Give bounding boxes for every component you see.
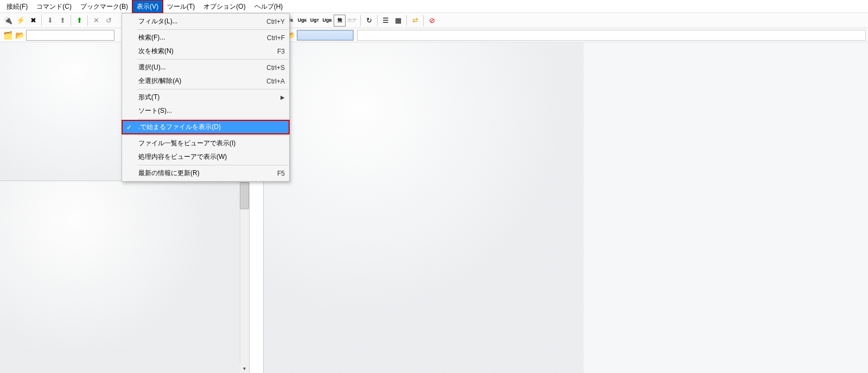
local-up-folder-icon[interactable]: 🗂️	[2, 30, 13, 41]
menu-item-shortcut: F5	[277, 170, 285, 177]
encoding-utf-button[interactable]: UgT	[309, 15, 321, 27]
menu-item-label: 次を検索(N)	[138, 47, 174, 56]
menu-select-all[interactable]: 全選択/解除(A) Ctrl+A	[122, 74, 289, 88]
menu-select[interactable]: 選択(U)... Ctrl+S	[122, 61, 289, 74]
menu-filter[interactable]: フィルタ(L)... Ctrl+Y	[122, 15, 289, 28]
menu-item-label: 選択(U)...	[138, 63, 166, 72]
menu-item-label: ファイル一覧をビューアで表示(I)	[138, 139, 235, 148]
local-file-list[interactable]: ▾	[0, 181, 249, 373]
local-scrollbar-down[interactable]: ▾	[240, 364, 249, 373]
menu-separator	[137, 165, 289, 165]
menu-sort[interactable]: ソート(S)...	[122, 104, 289, 118]
menu-separator	[137, 29, 289, 30]
menu-bookmark[interactable]: ブックマーク(B)	[76, 0, 132, 13]
menu-item-label: .で始まるファイルを表示(D)	[138, 123, 221, 132]
menu-item-shortcut: F3	[277, 48, 285, 55]
list-view-icon[interactable]: ☰	[380, 15, 392, 27]
mirror-download-icon[interactable]: ⬆	[73, 15, 85, 27]
sync-icon[interactable]: ⇄	[409, 15, 421, 27]
detail-view-icon[interactable]: ▦	[392, 15, 404, 27]
menu-separator	[137, 135, 289, 136]
menu-item-shortcut: Ctrl+Y	[266, 18, 285, 25]
toolbar-separator	[87, 15, 88, 26]
menu-separator	[137, 89, 289, 89]
toolbar-separator	[406, 15, 407, 26]
encoding-euc-button[interactable]: UgE	[296, 15, 308, 27]
disconnect-icon[interactable]: ✖	[27, 15, 39, 27]
menu-connect[interactable]: 接続(F)	[2, 0, 32, 13]
menu-item-label: 形式(T)	[138, 93, 159, 102]
menu-item-label: 全選択/解除(A)	[138, 76, 181, 86]
toolbar-separator	[360, 15, 361, 26]
toolbar-separator	[71, 15, 71, 26]
menu-item-label: 処理内容をビューアで表示(W)	[138, 152, 227, 162]
remote-path-input[interactable]	[297, 30, 354, 41]
menu-separator	[137, 119, 289, 119]
remote-pane	[263, 42, 868, 373]
check-icon: ✓	[126, 124, 132, 131]
menu-item-shortcut: Ctrl+A	[266, 78, 285, 85]
menu-log-viewer[interactable]: 処理内容をビューアで表示(W)	[122, 150, 289, 164]
menu-item-label: 最新の情報に更新(R)	[138, 169, 200, 178]
remote-path-display	[357, 30, 866, 41]
menu-bar: 接続(F) コマンド(C) ブックマーク(B) 表示(V) ツール(T) オプシ…	[0, 0, 868, 13]
menu-list-viewer[interactable]: ファイル一覧をビューアで表示(I)	[122, 137, 289, 150]
menu-item-shortcut: Ctrl+F	[267, 34, 285, 42]
remote-file-list[interactable]	[264, 42, 584, 373]
upload-icon[interactable]: ⬆	[56, 15, 68, 27]
menu-command[interactable]: コマンド(C)	[32, 0, 76, 13]
quick-connect-icon[interactable]: ⚡	[15, 15, 27, 27]
stop-icon[interactable]: ⊘	[426, 15, 438, 27]
toolbar-separator	[423, 15, 424, 26]
refresh-icon[interactable]: ↻	[363, 15, 375, 27]
menu-format[interactable]: 形式(T) ▶	[122, 91, 289, 104]
download-icon[interactable]: ⬇	[44, 15, 56, 27]
toolbar-separator	[41, 15, 42, 26]
local-path-input[interactable]	[26, 30, 114, 41]
encoding-none-button[interactable]: 無	[334, 15, 346, 27]
menu-help[interactable]: ヘルプ(H)	[250, 0, 288, 13]
rename-icon[interactable]: ↺	[103, 15, 114, 27]
delete-icon[interactable]: ✕	[90, 15, 102, 27]
menu-item-label: 検索(F)...	[138, 33, 165, 42]
local-open-folder-icon[interactable]: 📂	[14, 30, 25, 41]
kana-button[interactable]: カナ	[346, 15, 358, 27]
menu-item-label: フィルタ(L)...	[138, 17, 178, 26]
menu-tool[interactable]: ツール(T)	[163, 0, 199, 13]
menu-item-label: ソート(S)...	[138, 106, 172, 115]
menu-refresh[interactable]: 最新の情報に更新(R) F5	[122, 166, 289, 180]
menu-item-shortcut: Ctrl+S	[266, 64, 285, 72]
encoding-utf8bom-button[interactable]: UgB	[321, 15, 333, 27]
menu-separator	[137, 59, 289, 60]
menu-find-next[interactable]: 次を検索(N) F3	[122, 44, 289, 58]
submenu-arrow-icon: ▶	[280, 94, 285, 100]
menu-option[interactable]: オプション(O)	[199, 0, 250, 13]
view-menu-dropdown: フィルタ(L)... Ctrl+Y 検索(F)... Ctrl+F 次を検索(N…	[122, 13, 290, 182]
menu-search[interactable]: 検索(F)... Ctrl+F	[122, 31, 289, 44]
connect-icon[interactable]: 🔌	[2, 15, 14, 27]
local-scrollbar-track[interactable]	[240, 181, 249, 373]
toolbar-separator	[377, 15, 378, 26]
menu-show-dotfiles[interactable]: ✓ .で始まるファイルを表示(D)	[122, 120, 289, 134]
local-scrollbar-thumb[interactable]	[240, 182, 249, 209]
menu-view[interactable]: 表示(V)	[132, 0, 163, 13]
